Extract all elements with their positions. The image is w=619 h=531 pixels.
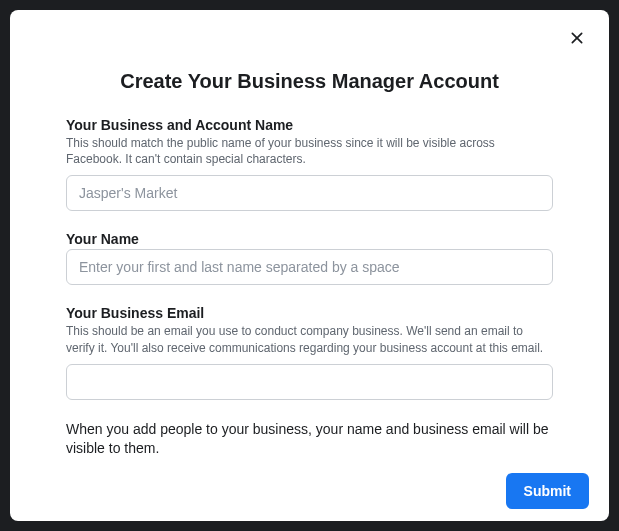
business-email-group: Your Business Email This should be an em… [66,305,553,399]
modal-title: Create Your Business Manager Account [10,10,609,117]
modal-content: Your Business and Account Name This shou… [10,117,609,459]
business-name-input[interactable] [66,175,553,211]
create-business-manager-modal: Create Your Business Manager Account You… [10,10,609,521]
business-name-description: This should match the public name of you… [66,135,553,167]
close-icon[interactable] [565,26,589,50]
business-email-input[interactable] [66,364,553,400]
business-name-label: Your Business and Account Name [66,117,553,133]
business-email-description: This should be an email you use to condu… [66,323,553,355]
your-name-group: Your Name [66,231,553,285]
business-email-label: Your Business Email [66,305,553,321]
your-name-label: Your Name [66,231,553,247]
business-name-group: Your Business and Account Name This shou… [66,117,553,211]
visibility-notice: When you add people to your business, yo… [66,420,553,459]
your-name-input[interactable] [66,249,553,285]
submit-button[interactable]: Submit [506,473,589,509]
